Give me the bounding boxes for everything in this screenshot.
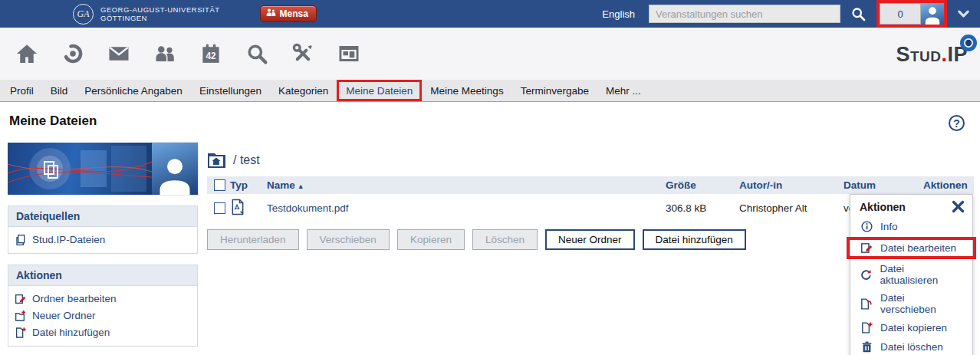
notification-counter[interactable]: 0	[880, 3, 921, 25]
menu-item-datei-bearbeiten[interactable]: Datei bearbeiten	[847, 237, 976, 259]
main-navigation-bar: 42 Stud.IP	[0, 28, 980, 80]
menu-item-datei-verschieben[interactable]: Datei verschieben	[850, 289, 972, 318]
sidebar-section-title: Aktionen	[8, 265, 197, 286]
sidebar-banner	[8, 143, 198, 195]
search-input[interactable]	[649, 5, 840, 23]
nav-schedule-button[interactable]: 42	[188, 28, 234, 80]
mail-icon	[107, 42, 130, 65]
menu-item-label: Datei löschen	[880, 341, 943, 353]
chevron-down-icon	[958, 10, 969, 18]
tab-mehr[interactable]: Mehr ...	[597, 80, 649, 101]
menu-item-label: Datei bearbeiten	[880, 242, 956, 254]
trash-icon	[860, 340, 873, 353]
new-folder-button[interactable]: Neuer Ordner	[545, 229, 635, 250]
nav-community-button[interactable]	[142, 28, 188, 80]
sidebar-item-studip-dateien[interactable]: Stud.IP-Dateien	[15, 232, 191, 248]
sidebar-item-neuer-ordner[interactable]: Neuer Ordner	[15, 307, 191, 324]
sidebar-item-label: Datei hinzufügen	[32, 324, 110, 341]
tools-icon	[291, 42, 314, 65]
sidebar-item-datei-hinzufuegen[interactable]: Datei hinzufügen	[15, 324, 191, 341]
mensa-button[interactable]: Mensa	[260, 5, 317, 22]
folder-add-icon	[15, 310, 27, 322]
nav-search-button[interactable]	[234, 28, 280, 80]
nav-messages-button[interactable]	[96, 28, 142, 80]
course-spiral-icon	[61, 42, 84, 65]
sidebar-item-ordner-bearbeiten[interactable]: Ordner bearbeiten	[15, 291, 191, 307]
column-autor[interactable]: Autor/-in	[739, 179, 844, 191]
tab-einstellungen[interactable]: Einstellungen	[191, 80, 270, 101]
file-edit-icon	[860, 242, 873, 255]
nav-bulletin-board-button[interactable]	[326, 28, 372, 80]
file-move-icon	[860, 297, 873, 311]
menu-item-label: Datei verschieben	[880, 292, 963, 315]
home-folder-icon[interactable]	[207, 152, 227, 169]
top-header-bar: GA GEORG-AUGUST-UNIVERSITÄT GÖTTINGEN Me…	[0, 0, 980, 28]
nav-home-button[interactable]	[4, 28, 50, 80]
annotation-box-user-area: 0	[876, 0, 947, 28]
profile-avatar	[152, 143, 198, 195]
university-seal-logo: GA	[73, 4, 94, 25]
help-icon: ?	[953, 117, 960, 130]
file-author-cell[interactable]: Christopher Alt	[739, 202, 844, 214]
university-name-line1: GEORG-AUGUST-UNIVERSITÄT	[100, 5, 220, 14]
sort-asc-icon: ▲	[298, 182, 304, 190]
file-table-header: Typ Name▲ Größe Autor/-in Datum Aktionen	[207, 176, 974, 194]
nav-tools-button[interactable]	[280, 28, 326, 80]
menu-item-label: Datei kopieren	[880, 322, 947, 334]
column-groesse[interactable]: Größe	[666, 179, 739, 191]
nav-courses-button[interactable]	[50, 28, 96, 80]
row-checkbox[interactable]	[214, 202, 225, 214]
breadcrumb-path[interactable]: / test	[233, 153, 260, 167]
mensa-people-icon	[266, 8, 276, 19]
studip-logo: Stud.IP	[896, 43, 968, 67]
move-button[interactable]: Verschieben	[307, 229, 390, 250]
menu-item-info[interactable]: Info	[850, 217, 972, 236]
close-menu-button[interactable]	[952, 200, 965, 213]
refresh-icon	[860, 268, 873, 281]
studip-logo-prefix: Stud	[896, 43, 941, 66]
search-icon	[245, 42, 268, 65]
file-name-link[interactable]: Testdokument.pdf	[267, 202, 666, 214]
search-button[interactable]	[850, 6, 867, 22]
file-copy-icon	[860, 321, 873, 334]
menu-item-datei-aktualisieren[interactable]: Datei aktualisieren	[850, 260, 972, 289]
download-button[interactable]: Herunterladen	[207, 229, 299, 250]
topbar-menu-toggle[interactable]	[958, 10, 969, 18]
menu-item-label: Info	[880, 221, 898, 232]
sidebar-item-label: Ordner bearbeiten	[32, 291, 117, 307]
column-name-label: Name	[267, 179, 295, 191]
person-icon	[922, 5, 942, 25]
column-typ[interactable]: Typ	[230, 179, 267, 191]
tab-kategorien[interactable]: Kategorien	[270, 80, 337, 101]
search-icon	[850, 6, 867, 22]
mensa-button-label: Mensa	[280, 8, 308, 19]
sidebar-item-label: Neuer Ordner	[32, 307, 96, 324]
tab-bild[interactable]: Bild	[42, 80, 77, 101]
sidebar: Dateiquellen Stud.IP-Dateien Aktionen Or…	[8, 143, 198, 355]
tab-meine-meetings[interactable]: Meine Meetings	[422, 80, 511, 101]
copy-button[interactable]: Kopieren	[397, 229, 465, 250]
column-name[interactable]: Name▲	[267, 179, 666, 191]
files-icon	[15, 234, 27, 246]
select-all-checkbox[interactable]	[214, 179, 225, 191]
pdf-icon	[230, 199, 245, 215]
tab-persoenliche-angaben[interactable]: Persönliche Angaben	[76, 80, 191, 101]
breadcrumb: / test	[207, 150, 974, 170]
menu-item-datei-loeschen[interactable]: Datei löschen	[850, 337, 972, 355]
column-datum[interactable]: Datum	[844, 179, 923, 191]
menu-item-label: Datei aktualisieren	[880, 263, 963, 286]
sidebar-banner-image	[8, 143, 152, 195]
university-name: GEORG-AUGUST-UNIVERSITÄT GÖTTINGEN	[100, 5, 220, 22]
tab-terminvergabe[interactable]: Terminvergabe	[512, 80, 597, 101]
user-avatar[interactable]	[921, 3, 944, 25]
add-file-button[interactable]: Datei hinzufügen	[643, 229, 746, 250]
page-title: Meine Dateien	[9, 113, 97, 129]
help-button[interactable]: ?	[949, 115, 965, 131]
profile-tab-bar: Profil Bild Persönliche Angaben Einstell…	[0, 80, 980, 102]
menu-item-datei-kopieren[interactable]: Datei kopieren	[850, 318, 972, 337]
language-switch-link[interactable]: English	[602, 8, 635, 20]
tab-profil[interactable]: Profil	[2, 80, 42, 101]
delete-button[interactable]: Löschen	[472, 229, 538, 250]
info-icon	[860, 220, 873, 233]
tab-meine-dateien[interactable]: Meine Dateien	[337, 80, 422, 101]
